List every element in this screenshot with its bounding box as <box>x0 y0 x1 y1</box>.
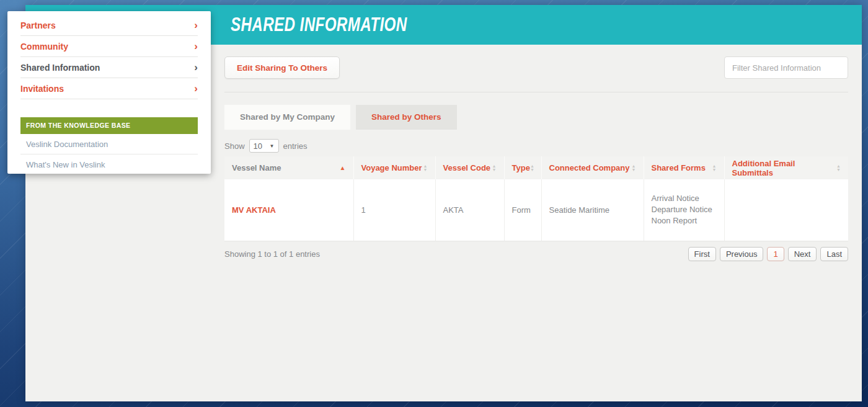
table-header-row: Vessel Name ▲ Voyage Number ▲▼ Vessel Co… <box>224 156 848 179</box>
sort-both-icon: ▲▼ <box>632 164 636 172</box>
column-header-additional-email-submittals[interactable]: Additional Email Submittals ▲▼ <box>724 156 848 179</box>
sidebar-item-partners[interactable]: Partners › <box>20 15 198 36</box>
shared-form-item: Arrival Notice <box>652 193 717 204</box>
sidebar-item-shared-information[interactable]: Shared Information › <box>20 57 198 78</box>
cell-additional-email-submittals <box>724 179 848 241</box>
column-header-connected-company[interactable]: Connected Company ▲▼ <box>541 156 644 179</box>
link-veslink-documentation[interactable]: Veslink Documentation <box>20 134 198 154</box>
sort-asc-icon: ▲ <box>340 164 346 171</box>
select-arrow-icon: ▼ <box>270 143 275 149</box>
sidebar-item-community[interactable]: Community › <box>20 36 198 57</box>
table-footer: Showing 1 to 1 of 1 entries First Previo… <box>224 247 848 261</box>
sort-both-icon: ▲▼ <box>836 164 841 172</box>
sort-both-icon: ▲▼ <box>423 164 428 172</box>
page-title: SHARED INFORMATION <box>231 14 407 36</box>
entries-select[interactable]: 10 ▼ <box>249 139 279 153</box>
edit-sharing-button[interactable]: Edit Sharing To Others <box>224 56 340 79</box>
cell-connected-company: Seatide Maritime <box>541 179 644 241</box>
pagination-last-button[interactable]: Last <box>820 247 848 261</box>
table-row: MV AKTAIA 1 AKTA Form Seatide Maritime A… <box>224 179 848 241</box>
pagination-first-button[interactable]: First <box>688 247 716 261</box>
knowledge-base-header: FROM THE KNOWLEDGE BASE <box>20 117 198 134</box>
entries-label: entries <box>283 141 308 151</box>
cell-type: Form <box>504 179 541 241</box>
tab-bar: Shared by My Company Shared by Others <box>224 105 848 130</box>
toolbar-divider <box>224 92 848 92</box>
toolbar: Edit Sharing To Others <box>224 56 848 79</box>
entries-select-value: 10 <box>254 141 262 151</box>
cell-shared-forms: Arrival Notice Departure Notice Noon Rep… <box>644 179 724 241</box>
pagination-page-1-button[interactable]: 1 <box>767 247 784 261</box>
sort-both-icon: ▲▼ <box>530 164 534 172</box>
sidebar-item-invitations[interactable]: Invitations › <box>20 78 198 99</box>
show-label: Show <box>224 141 245 151</box>
cell-voyage-number: 1 <box>353 179 435 241</box>
column-header-vessel-name[interactable]: Vessel Name ▲ <box>224 156 353 179</box>
link-whats-new-in-veslink[interactable]: What's New in Veslink <box>20 154 198 174</box>
cell-vessel-code: AKTA <box>435 179 504 241</box>
tab-shared-by-my-company[interactable]: Shared by My Company <box>224 105 350 130</box>
entries-control: Show 10 ▼ entries <box>224 139 848 153</box>
pagination-next-button[interactable]: Next <box>788 247 817 261</box>
sort-both-icon: ▲▼ <box>712 164 717 172</box>
chevron-right-icon: › <box>194 84 198 93</box>
pagination-previous-button[interactable]: Previous <box>720 247 764 261</box>
column-header-vessel-code[interactable]: Vessel Code ▲▼ <box>435 156 504 179</box>
shared-form-item: Departure Notice <box>652 204 717 215</box>
column-header-voyage-number[interactable]: Voyage Number ▲▼ <box>353 156 435 179</box>
vessel-name-link[interactable]: MV AKTAIA <box>232 205 276 215</box>
showing-entries-text: Showing 1 to 1 of 1 entries <box>224 249 320 259</box>
filter-input[interactable] <box>724 56 848 79</box>
pagination: First Previous 1 Next Last <box>688 247 848 261</box>
tab-shared-by-others[interactable]: Shared by Others <box>356 105 457 130</box>
shared-form-item: Noon Report <box>652 215 717 226</box>
cell-vessel-name: MV AKTAIA <box>224 179 353 241</box>
column-header-shared-forms[interactable]: Shared Forms ▲▼ <box>644 156 724 179</box>
chevron-right-icon: › <box>194 63 198 72</box>
sidebar: Partners › Community › Shared Informatio… <box>7 11 211 174</box>
column-header-type[interactable]: Type ▲▼ <box>504 156 541 179</box>
shared-information-table: Vessel Name ▲ Voyage Number ▲▼ Vessel Co… <box>224 156 848 241</box>
chevron-right-icon: › <box>194 42 198 51</box>
chevron-right-icon: › <box>194 21 198 30</box>
sort-both-icon: ▲▼ <box>492 164 497 172</box>
